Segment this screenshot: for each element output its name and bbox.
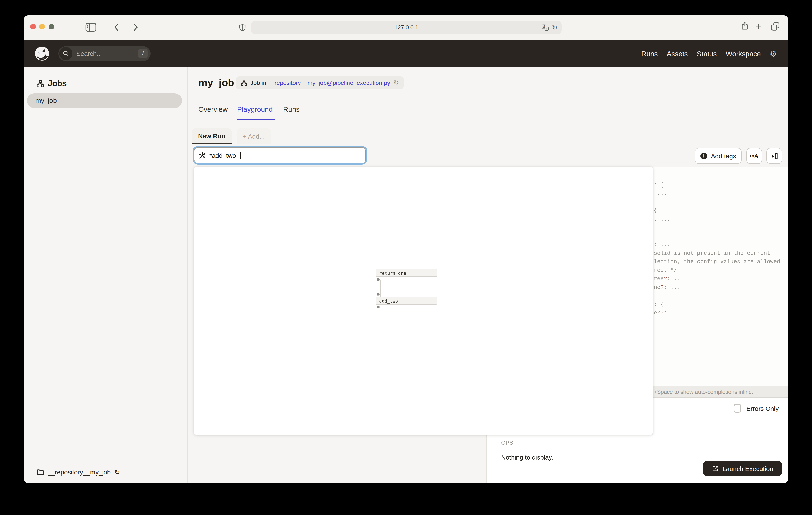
tab-playground[interactable]: Playground <box>237 105 273 113</box>
settings-gear-icon[interactable]: ⚙ <box>770 49 777 58</box>
repo-file-link[interactable]: __repository__my_job@pipeline_execution.… <box>268 79 390 86</box>
play-panel-icon <box>771 152 778 160</box>
autocomplete-hint-bar: +Space to show auto-completions inline. <box>653 386 788 398</box>
zoom-window-button[interactable] <box>49 24 54 29</box>
repo-refresh-icon[interactable]: ↻ <box>115 468 120 476</box>
minimize-window-button[interactable] <box>39 24 45 29</box>
page-title: my_job <box>198 77 234 89</box>
launch-execution-button[interactable]: Launch Execution <box>703 461 782 476</box>
forward-button[interactable] <box>133 24 138 31</box>
config-line: : ... <box>654 241 788 249</box>
edge-return-one-to-add-two <box>380 280 381 297</box>
browser-chrome: 127.0.0.1 A ↻ <box>24 16 788 40</box>
config-line <box>654 198 788 207</box>
external-link-icon <box>712 465 719 472</box>
search-placeholder: Search... <box>76 46 102 61</box>
config-line: ne?: ... <box>654 283 788 292</box>
stage: 127.0.0.1 A ↻ <box>0 0 812 515</box>
config-line: ree?: ... <box>654 275 788 283</box>
tab-overview-icon[interactable] <box>771 22 780 31</box>
op-selector-input[interactable]: *add_two <box>194 147 366 163</box>
badge-text: Job in __repository__my_job@pipeline_exe… <box>250 79 390 86</box>
config-editor[interactable]: : { ...{: ...: ...solid is not present i… <box>653 167 788 386</box>
expand-panel-button[interactable] <box>766 148 782 164</box>
autocomplete-button[interactable]: ••A <box>746 148 762 164</box>
folder-icon <box>37 469 44 475</box>
output-port-return-one <box>377 278 380 281</box>
reload-icon[interactable]: ↻ <box>552 24 557 31</box>
nav-item-workspace[interactable]: Workspace <box>726 50 761 58</box>
config-line <box>654 223 788 232</box>
config-line: { <box>654 207 788 215</box>
config-line: lection, the config values are allowed <box>654 258 788 266</box>
ops-heading: OPS <box>501 439 514 446</box>
add-tags-button[interactable]: Add tags <box>695 148 742 164</box>
jobs-icon <box>37 80 44 87</box>
privacy-shield-icon[interactable] <box>239 22 246 33</box>
config-line: red. */ <box>654 266 788 275</box>
errors-only-label: Errors Only <box>746 405 779 412</box>
tabs-divider <box>187 120 788 120</box>
graph-canvas[interactable]: return_one add_two <box>194 167 653 435</box>
config-editor-lines: : { ...{: ...: ...solid is not present i… <box>654 181 788 318</box>
nav-item-status[interactable]: Status <box>697 50 717 58</box>
add-tags-label: Add tags <box>711 152 736 160</box>
url-text: 127.0.0.1 <box>251 21 562 34</box>
new-tab-icon[interactable]: + <box>756 21 761 31</box>
config-line <box>654 292 788 300</box>
config-line: er?: ... <box>654 309 788 318</box>
job-icon <box>241 80 247 86</box>
search-shortcut-badge: / <box>138 49 148 58</box>
run-tab-new-run[interactable]: New Run <box>192 129 232 144</box>
nav-item-runs[interactable]: Runs <box>641 50 658 58</box>
config-line: : ... <box>654 215 788 223</box>
text-cursor <box>240 152 240 159</box>
errors-only-checkbox[interactable] <box>733 404 741 413</box>
sidebar-toggle-icon[interactable] <box>85 23 96 32</box>
top-nav: Search... / Runs Assets Status Workspace… <box>24 40 788 67</box>
back-button[interactable] <box>114 24 119 31</box>
errors-only-control[interactable]: Errors Only <box>733 404 779 413</box>
graph-node-return-one[interactable]: return_one <box>376 269 437 277</box>
op-selector-value: *add_two <box>209 152 236 159</box>
close-window-button[interactable] <box>30 24 36 29</box>
badge-refresh-icon[interactable]: ↻ <box>394 79 399 87</box>
op-selector-icon <box>199 152 206 159</box>
tab-overview[interactable]: Overview <box>198 105 228 113</box>
run-tab-add[interactable]: + Add... <box>237 129 271 144</box>
sidebar-section-title: Jobs <box>48 79 67 88</box>
browser-window: 127.0.0.1 A ↻ <box>24 16 788 483</box>
sidebar-item-my-job[interactable]: my_job <box>27 93 182 108</box>
dagster-logo[interactable] <box>34 46 50 61</box>
sidebar: Jobs my_job __repository__my_job ↻ <box>24 67 187 483</box>
output-port-add-two <box>377 305 380 308</box>
job-location-badge: Job in __repository__my_job@pipeline_exe… <box>236 76 404 89</box>
share-icon[interactable] <box>741 21 749 30</box>
config-line: : { <box>654 181 788 189</box>
config-line <box>654 232 788 241</box>
run-tabs-border <box>187 144 788 144</box>
config-line: : { <box>654 300 788 309</box>
repo-label: __repository__my_job <box>48 468 111 476</box>
preview-panel-top <box>653 398 788 435</box>
config-line: ... <box>654 189 788 198</box>
repo-row[interactable]: __repository__my_job ↻ <box>24 461 187 483</box>
tab-runs[interactable]: Runs <box>283 105 299 113</box>
search-input[interactable]: Search... / <box>58 46 150 61</box>
nav-item-assets[interactable]: Assets <box>667 50 688 58</box>
plus-circle-icon <box>700 152 707 160</box>
input-port-add-two <box>377 293 380 296</box>
url-bar[interactable]: 127.0.0.1 A ↻ <box>251 21 562 34</box>
config-line: solid is not present in the current <box>654 249 788 258</box>
graph-node-add-two[interactable]: add_two <box>376 297 437 305</box>
ops-empty-message: Nothing to display. <box>501 454 553 461</box>
search-icon <box>59 47 72 60</box>
translate-icon[interactable]: A <box>542 24 549 31</box>
launch-execution-label: Launch Execution <box>722 465 774 472</box>
